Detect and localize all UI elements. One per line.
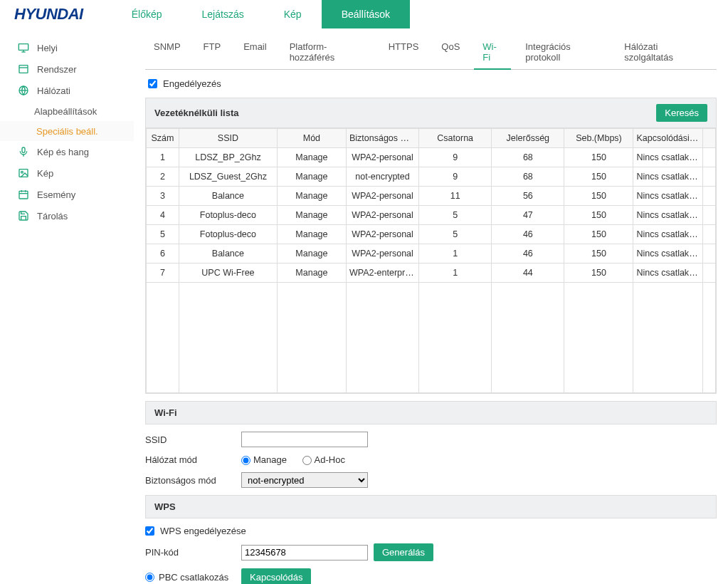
th-ssid[interactable]: SSID <box>179 129 277 148</box>
subtab-integration[interactable]: Integrációs protokoll <box>517 36 610 69</box>
topnav-image[interactable]: Kép <box>264 0 322 28</box>
row-wps-enable: WPS engedélyezése <box>145 526 717 536</box>
table-cell: 9 <box>419 167 492 187</box>
topnav-playback[interactable]: Lejátszás <box>182 0 264 28</box>
table-cell: not-encrypted <box>346 167 418 187</box>
sidebar-item-event[interactable]: Esemény <box>0 184 134 205</box>
svg-rect-9 <box>19 170 28 177</box>
table-header-row: Szám SSID Mód Biztonságos mód Csatorna J… <box>147 129 716 148</box>
sidebar-item-av[interactable]: Kép és hang <box>0 141 134 162</box>
radio-adhoc-label[interactable]: Ad-Hoc <box>302 454 345 465</box>
table-cell: Manage <box>277 206 346 225</box>
sidebar-item-system[interactable]: Rendszer <box>0 58 134 80</box>
subtab-platform[interactable]: Platform-hozzáférés <box>281 36 374 69</box>
topnav: Élőkép Lejátszás Kép Beállítások <box>112 0 410 28</box>
th-num[interactable]: Szám <box>147 129 179 148</box>
svg-rect-0 <box>19 44 28 51</box>
table-cell: Balance <box>179 187 277 206</box>
connect-pbc-button[interactable]: Kapcsolódás <box>241 568 311 584</box>
table-row[interactable]: 2LDSZ_Guest_2GhzManagenot-encrypted96815… <box>147 167 716 187</box>
table-cell: Manage <box>277 264 346 283</box>
table-cell: 47 <box>492 206 564 225</box>
table-row[interactable]: 1LDSZ_BP_2GhzManageWPA2-personal968150Ni… <box>147 148 716 167</box>
table-cell-blank <box>702 244 715 264</box>
generate-button[interactable]: Generálás <box>374 543 433 561</box>
subtab-ftp[interactable]: FTP <box>195 36 230 69</box>
table-cell: 44 <box>492 264 564 283</box>
table-cell: 6 <box>147 244 179 264</box>
table-row[interactable]: 6BalanceManageWPA2-personal146150Nincs c… <box>147 244 716 264</box>
radio-pbc[interactable] <box>145 573 154 582</box>
table-cell: Nincs csatlakozva <box>633 167 702 187</box>
sidebar-sub-basic[interactable]: Alapbeállítások <box>0 101 134 121</box>
sidebar-item-picture[interactable]: Kép <box>0 162 134 184</box>
th-sec[interactable]: Biztonságos mód <box>346 129 418 148</box>
table-cell: 46 <box>492 225 564 244</box>
table-cell: Manage <box>277 148 346 167</box>
sidebar-label: Tárolás <box>37 211 68 221</box>
mode-radio-group: Manage Ad-Hoc <box>241 454 358 465</box>
wps-enable-checkbox[interactable] <box>145 526 154 536</box>
th-signal[interactable]: Jelerősség <box>492 129 564 148</box>
globe-icon <box>17 84 30 97</box>
table-cell: 1 <box>419 264 492 283</box>
input-ssid[interactable] <box>241 432 368 447</box>
select-secmode[interactable]: not-encrypted <box>241 472 368 488</box>
label-ssid: SSID <box>145 434 241 445</box>
table-cell: 150 <box>564 225 633 244</box>
sidebar: Helyi Rendszer Hálózati Alapbeállítások … <box>0 28 134 584</box>
label-mode: Hálózat mód <box>145 454 241 465</box>
wifi-section-header: Wi-Fi <box>145 401 717 424</box>
subtab-qos[interactable]: QoS <box>433 36 468 69</box>
radio-adhoc[interactable] <box>302 456 312 465</box>
row-ssid: SSID <box>145 432 717 447</box>
table-cell: WPA2-personal <box>346 206 418 225</box>
subtab-https[interactable]: HTTPS <box>380 36 428 69</box>
sidebar-sub-advanced[interactable]: Speciális beáll. <box>0 121 134 141</box>
table-cell: Balance <box>179 244 277 264</box>
sidebar-item-storage[interactable]: Tárolás <box>0 205 134 226</box>
table-row[interactable]: 5Fotoplus-decoManageWPA2-personal546150N… <box>147 225 716 244</box>
radio-manage[interactable] <box>241 456 250 465</box>
wifi-list-title: Vezetéknélküli lista <box>154 108 239 118</box>
input-pin[interactable] <box>241 545 368 560</box>
save-icon <box>17 209 30 222</box>
th-status[interactable]: Kapcsolódási áll… <box>633 129 702 148</box>
table-cell: Nincs csatlakozva <box>633 244 702 264</box>
table-cell: 9 <box>419 148 492 167</box>
table-row[interactable]: 4Fotoplus-decoManageWPA2-personal547150N… <box>147 206 716 225</box>
subtab-snmp[interactable]: SNMP <box>145 36 189 69</box>
label-pbc[interactable]: PBC csatlakozás <box>145 572 241 583</box>
table-row[interactable]: 3BalanceManageWPA2-personal1156150Nincs … <box>147 187 716 206</box>
topnav-settings[interactable]: Beállítások <box>322 0 410 28</box>
sidebar-label: Kép és hang <box>37 147 89 157</box>
table-cell: 56 <box>492 187 564 206</box>
enable-checkbox[interactable] <box>148 79 157 88</box>
table-cell: Manage <box>277 187 346 206</box>
table-cell: WPA2-personal <box>346 244 418 264</box>
sidebar-item-network[interactable]: Hálózati <box>0 80 134 101</box>
th-mode[interactable]: Mód <box>277 129 346 148</box>
row-secmode: Biztonságos mód not-encrypted <box>145 472 717 488</box>
subtab-wifi[interactable]: Wi-Fi <box>474 36 511 70</box>
enable-label: Engedélyezés <box>163 78 221 89</box>
subtab-netservice[interactable]: Hálózati szolgáltatás <box>616 36 711 69</box>
radio-manage-label[interactable]: Manage <box>241 454 287 465</box>
sidebar-item-local[interactable]: Helyi <box>0 37 134 58</box>
th-channel[interactable]: Csatorna <box>419 129 492 148</box>
th-speed[interactable]: Seb.(Mbps) <box>564 129 633 148</box>
table-cell-blank <box>702 167 715 187</box>
topnav-liveview[interactable]: Élőkép <box>112 0 182 28</box>
subtab-email[interactable]: Email <box>235 36 275 69</box>
table-row[interactable]: 7UPC Wi-FreeManageWPA2-enterprise144150N… <box>147 264 716 283</box>
table-cell: UPC Wi-Free <box>179 264 277 283</box>
table-cell: WPA2-personal <box>346 148 418 167</box>
table-cell: 3 <box>147 187 179 206</box>
table-cell: LDSZ_Guest_2Ghz <box>179 167 277 187</box>
table-cell: Nincs csatlakozva <box>633 148 702 167</box>
table-cell: Manage <box>277 225 346 244</box>
search-button[interactable]: Keresés <box>656 104 707 122</box>
table-cell: 1 <box>147 148 179 167</box>
label-secmode: Biztonságos mód <box>145 475 241 486</box>
table-cell: 5 <box>147 225 179 244</box>
